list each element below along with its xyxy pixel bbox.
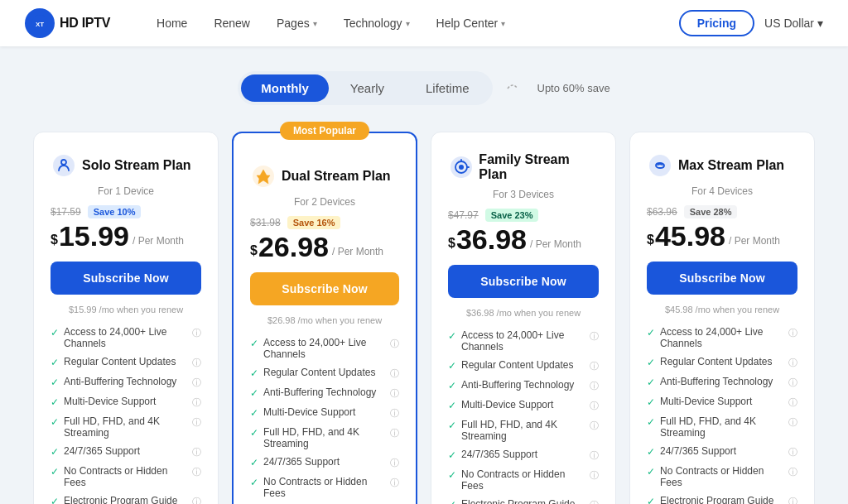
feature-item: ✓ No Contracts or Hidden Fees ⓘ	[250, 476, 399, 499]
info-icon[interactable]: ⓘ	[192, 466, 201, 478]
check-icon: ✓	[448, 360, 456, 372]
feature-text: Regular Content Updates	[263, 367, 385, 378]
plan-name: Solo Stream Plan	[82, 158, 191, 173]
nav-technology[interactable]: Technology ▾	[330, 0, 423, 46]
currency-selector[interactable]: US Dollar ▾	[764, 17, 823, 30]
info-icon[interactable]: ⓘ	[788, 357, 797, 369]
info-icon[interactable]: ⓘ	[590, 360, 599, 372]
billing-tabs-container: Monthly Yearly Lifetime Upto 60% save	[33, 71, 815, 105]
check-icon: ✓	[448, 499, 456, 504]
feature-item: ✓ Regular Content Updates ⓘ	[250, 367, 399, 380]
check-icon: ✓	[647, 377, 655, 388]
info-icon[interactable]: ⓘ	[788, 496, 797, 504]
info-icon[interactable]: ⓘ	[192, 496, 201, 504]
info-icon[interactable]: ⓘ	[390, 338, 399, 350]
info-icon[interactable]: ⓘ	[590, 330, 599, 343]
feature-list: ✓ Access to 24,000+ Live Channels ⓘ ✓ Re…	[647, 326, 797, 504]
info-icon[interactable]: ⓘ	[590, 420, 599, 432]
feature-item: ✓ Access to 24,000+ Live Channels ⓘ	[250, 337, 399, 360]
subscribe-button-dual[interactable]: Subscribe Now	[250, 272, 399, 305]
tab-monthly[interactable]: Monthly	[241, 74, 329, 102]
feature-text: Anti-Buffering Technology	[64, 376, 187, 387]
feature-text: Full HD, FHD, and 4K Streaming	[263, 426, 385, 449]
info-icon[interactable]: ⓘ	[192, 357, 201, 369]
feature-text: Anti-Buffering Technology	[461, 379, 585, 391]
info-icon[interactable]: ⓘ	[390, 387, 399, 400]
plan-header: Dual Stream Plan	[250, 163, 399, 190]
info-icon[interactable]: ⓘ	[590, 499, 599, 504]
feature-text: Access to 24,000+ Live Channels	[263, 337, 385, 360]
info-icon[interactable]: ⓘ	[390, 367, 399, 380]
info-icon[interactable]: ⓘ	[390, 477, 399, 489]
chevron-down-icon: ▾	[313, 19, 317, 28]
feature-text: Multi-Device Support	[263, 406, 385, 418]
logo[interactable]: XT HD IPTV	[25, 8, 110, 38]
price-period: / Per Month	[530, 238, 581, 253]
info-icon[interactable]: ⓘ	[192, 416, 201, 429]
original-price: $63.96	[647, 206, 677, 218]
info-icon[interactable]: ⓘ	[192, 327, 201, 339]
feature-text: Access to 24,000+ Live Channels	[461, 329, 585, 353]
price-row: $ 36.98 / Per Month	[448, 225, 599, 253]
feature-item: ✓ Regular Content Updates ⓘ	[647, 356, 797, 369]
pricing-button[interactable]: Pricing	[679, 10, 754, 36]
check-icon: ✓	[647, 357, 655, 368]
info-icon[interactable]: ⓘ	[390, 457, 399, 469]
info-icon[interactable]: ⓘ	[788, 327, 797, 339]
feature-text: No Contracts or Hidden Fees	[660, 465, 783, 488]
feature-text: No Contracts or Hidden Fees	[263, 476, 385, 499]
plan-icon	[448, 154, 474, 180]
nav-pages[interactable]: Pages ▾	[263, 0, 330, 46]
feature-item: ✓ Electronic Program Guide (EPG) ⓘ	[448, 498, 599, 504]
price-row: $ 26.98 / Per Month	[250, 233, 399, 261]
info-icon[interactable]: ⓘ	[192, 377, 201, 389]
info-icon[interactable]: ⓘ	[788, 446, 797, 458]
plan-header: Family Stream Plan	[448, 152, 599, 182]
info-icon[interactable]: ⓘ	[590, 400, 599, 412]
info-icon[interactable]: ⓘ	[390, 427, 399, 439]
feature-item: ✓ Regular Content Updates ⓘ	[448, 359, 599, 372]
tab-yearly[interactable]: Yearly	[330, 74, 404, 102]
subscribe-button-solo[interactable]: Subscribe Now	[51, 262, 201, 295]
plan-header: Max Stream Plan	[647, 152, 797, 179]
subscribe-button-family[interactable]: Subscribe Now	[448, 265, 599, 298]
save-label: Save 23%	[485, 209, 539, 222]
tab-lifetime[interactable]: Lifetime	[406, 74, 489, 102]
main-nav: Home Renew Pages ▾ Technology ▾ Help Cen…	[143, 0, 679, 46]
feature-text: Access to 24,000+ Live Channels	[64, 326, 187, 349]
info-icon[interactable]: ⓘ	[788, 396, 797, 409]
feature-text: Electronic Program Guide (EPG)	[660, 495, 783, 504]
nav-help-center[interactable]: Help Center ▾	[423, 0, 519, 46]
price-dollar: $	[647, 233, 654, 250]
feature-item: ✓ Access to 24,000+ Live Channels ⓘ	[448, 329, 599, 353]
save-label: Save 28%	[684, 205, 738, 218]
subscribe-button-max[interactable]: Subscribe Now	[647, 262, 797, 295]
info-icon[interactable]: ⓘ	[590, 380, 599, 392]
info-icon[interactable]: ⓘ	[192, 396, 201, 409]
svg-text:XT: XT	[36, 21, 44, 28]
plan-header: Solo Stream Plan	[51, 152, 201, 179]
feature-list: ✓ Access to 24,000+ Live Channels ⓘ ✓ Re…	[250, 337, 399, 504]
nav-renew[interactable]: Renew	[200, 0, 263, 46]
info-icon[interactable]: ⓘ	[788, 466, 797, 478]
renew-note: $45.98 /mo when you renew	[647, 305, 797, 314]
info-icon[interactable]: ⓘ	[788, 416, 797, 429]
original-price-row: $17.59 Save 10%	[51, 205, 201, 218]
feature-item: ✓ Full HD, FHD, and 4K Streaming ⓘ	[647, 415, 797, 439]
nav-home[interactable]: Home	[143, 0, 200, 46]
chevron-down-icon: ▾	[406, 19, 410, 28]
feature-item: ✓ No Contracts or Hidden Fees ⓘ	[448, 468, 599, 492]
feature-item: ✓ No Contracts or Hidden Fees ⓘ	[647, 465, 797, 488]
info-icon[interactable]: ⓘ	[788, 377, 797, 389]
svg-point-8	[459, 165, 464, 170]
info-icon[interactable]: ⓘ	[192, 446, 201, 458]
check-icon: ✓	[448, 380, 456, 391]
pricing-card-family: Family Stream Plan For 3 Devices $47.97 …	[431, 132, 616, 504]
plan-devices: For 2 Devices	[250, 196, 399, 208]
check-icon: ✓	[51, 396, 59, 408]
feature-text: Electronic Program Guide (EPG)	[64, 495, 187, 504]
info-icon[interactable]: ⓘ	[590, 469, 599, 482]
info-icon[interactable]: ⓘ	[590, 449, 599, 462]
info-icon[interactable]: ⓘ	[390, 407, 399, 420]
feature-text: 24/7/365 Support	[263, 456, 385, 468]
